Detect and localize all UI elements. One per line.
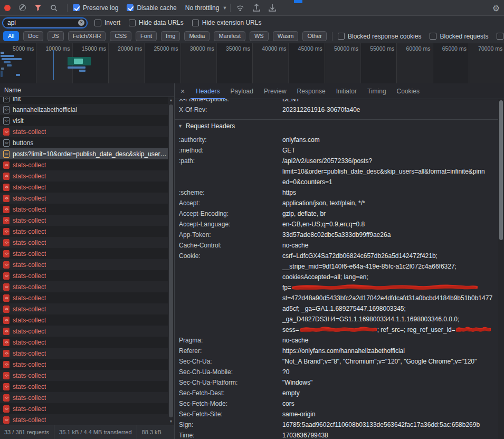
request-row[interactable]: <>stats-collect (0, 226, 168, 237)
request-row[interactable]: <>stats-collect (0, 248, 168, 259)
record-button[interactable] (4, 5, 11, 11)
request-row[interactable]: <>init (0, 97, 168, 104)
filter-chip-ws[interactable]: WS (250, 31, 269, 41)
request-row[interactable]: <>buttons (0, 137, 168, 148)
scrollbar-thumb[interactable] (499, 100, 503, 240)
clear-button[interactable] (19, 4, 26, 11)
disable-cache-checkbox[interactable] (127, 4, 134, 11)
filter-chip-font[interactable]: Font (136, 31, 157, 41)
request-headers-section-header[interactable]: ▼ Request Headers (175, 120, 498, 132)
request-row[interactable]: <>hannahelizabethofficial (0, 104, 168, 115)
request-row[interactable]: <>stats-collect (0, 392, 168, 403)
header-name: App-Token: (179, 230, 282, 240)
filter-chip-css[interactable]: CSS (110, 31, 131, 41)
resource-type-bar: AllDocJSFetch/XHRCSSFontImgMediaManifest… (0, 30, 504, 43)
filter-chip-fetch-xhr[interactable]: Fetch/XHR (68, 31, 106, 41)
filter-chip-js[interactable]: JS (47, 31, 64, 41)
close-icon[interactable]: × (175, 87, 191, 96)
tab-timing[interactable]: Timing (362, 83, 392, 99)
request-row[interactable]: <>visit (0, 115, 168, 126)
fetch-doc-icon: <> (3, 150, 9, 158)
header-row: Sec-Fetch-Dest:empty (175, 388, 498, 398)
blue-accent-fragment (294, 0, 302, 3)
network-summary-bar: 33 / 381 requests 35.1 kB / 4.4 MB trans… (0, 425, 175, 439)
blocked-response-cookies-checkbox[interactable] (338, 33, 345, 40)
request-row[interactable]: <>stats-collect (0, 126, 168, 137)
request-row[interactable]: <>stats-collect (0, 204, 168, 215)
request-row[interactable]: <>stats-collect (0, 303, 168, 314)
header-value: https://onlyfans.com/hannahelizabethoffi… (282, 346, 498, 356)
request-row[interactable]: <>stats-collect (0, 314, 168, 326)
blocked-requests-checkbox[interactable] (430, 33, 436, 40)
tab-initiator[interactable]: Initiator (331, 83, 362, 99)
request-row[interactable]: <>stats-collect (0, 182, 168, 193)
request-row[interactable]: <>posts?limit=10&order=publish_date_desc… (0, 148, 168, 159)
filter-chip-other[interactable]: Other (302, 31, 327, 41)
scroll-up-icon[interactable]: ▲ (168, 97, 174, 103)
header-name: :path: (179, 156, 282, 187)
header-name: :authority: (179, 135, 282, 145)
filter-chip-all[interactable]: All (3, 31, 19, 41)
name-column-header[interactable]: Name (0, 83, 174, 97)
headers-content: X-Frame-Options:DENYX-Of-Rev:20231226191… (175, 99, 498, 439)
throttling-select[interactable]: No throttling ▼ (185, 4, 227, 12)
request-row[interactable]: <>stats-collect (0, 414, 168, 425)
search-button[interactable] (50, 4, 58, 12)
header-value: en-GB,en-US;q=0.9,en;q=0.8 (282, 219, 498, 230)
header-name: Accept-Encoding: (179, 208, 282, 219)
hide-extension-urls-checkbox[interactable] (192, 20, 199, 26)
request-row[interactable]: <>stats-collect (0, 359, 168, 370)
request-row[interactable]: <>stats-collect (0, 370, 168, 381)
request-name: stats-collect (13, 372, 46, 379)
blocked-request-icon: <> (3, 317, 9, 324)
request-row[interactable]: <>stats-collect (0, 237, 168, 248)
requests-vertical-scrollbar[interactable]: ▲ ▼ (168, 97, 174, 425)
request-name: init (13, 97, 21, 102)
waterfall-bar (16, 74, 20, 76)
blocked-request-icon: <> (3, 383, 9, 390)
scrollbar-thumb[interactable] (169, 104, 173, 417)
filter-input[interactable] (3, 18, 87, 28)
request-row[interactable]: <>stats-collect (0, 159, 168, 170)
request-row[interactable]: <>stats-collect (0, 337, 168, 348)
request-row[interactable]: <>stats-collect (0, 193, 168, 204)
filter-chip-img[interactable]: Img (161, 31, 180, 41)
settings-gear-icon[interactable]: ⚙ (492, 3, 500, 13)
request-row[interactable]: <>stats-collect (0, 259, 168, 270)
request-row[interactable]: <>stats-collect (0, 281, 168, 292)
tab-preview[interactable]: Preview (259, 83, 292, 99)
scroll-down-icon[interactable]: ▼ (168, 418, 174, 425)
request-row[interactable]: <>stats-collect (0, 403, 168, 414)
tab-response[interactable]: Response (292, 83, 331, 99)
network-conditions-button[interactable] (236, 4, 244, 12)
request-row[interactable]: <>stats-collect (0, 326, 168, 337)
filter-chip-manifest[interactable]: Manifest (214, 31, 245, 41)
filter-chip-doc[interactable]: Doc (23, 31, 43, 41)
filter-chip-media[interactable]: Media (184, 31, 210, 41)
blocked-requests-label: Blocked requests (440, 33, 488, 40)
tab-headers[interactable]: Headers (191, 83, 225, 99)
detail-vertical-scrollbar[interactable] (498, 99, 504, 439)
blocked-request-icon: <> (3, 283, 9, 291)
import-har-button[interactable] (253, 4, 260, 12)
export-har-button[interactable] (269, 4, 276, 12)
request-row[interactable]: <>stats-collect (0, 270, 168, 281)
network-overview-timeline[interactable]: 5000 ms10000 ms15000 ms20000 ms25000 ms3… (0, 43, 504, 84)
request-row[interactable]: <>stats-collect (0, 170, 168, 182)
hide-data-urls-checkbox[interactable] (129, 20, 136, 26)
preserve-log-checkbox[interactable] (73, 4, 80, 11)
request-row[interactable]: <>stats-collect (0, 215, 168, 226)
clear-filter-icon[interactable]: ✕ (78, 20, 84, 26)
request-name: stats-collect (13, 294, 46, 302)
filter-chip-wasm[interactable]: Wasm (273, 31, 299, 41)
blocked-request-icon: <> (3, 416, 9, 424)
request-row[interactable]: <>stats-collect (0, 292, 168, 303)
request-row[interactable]: <>stats-collect (0, 381, 168, 392)
3rd-party-requests-checkbox[interactable] (497, 33, 503, 40)
filter-toggle-button[interactable] (34, 4, 42, 11)
header-name: X-Of-Rev: (179, 104, 282, 115)
tab-payload[interactable]: Payload (225, 83, 259, 99)
tab-cookies[interactable]: Cookies (392, 83, 425, 99)
request-row[interactable]: <>stats-collect (0, 348, 168, 359)
invert-checkbox[interactable] (94, 20, 101, 26)
